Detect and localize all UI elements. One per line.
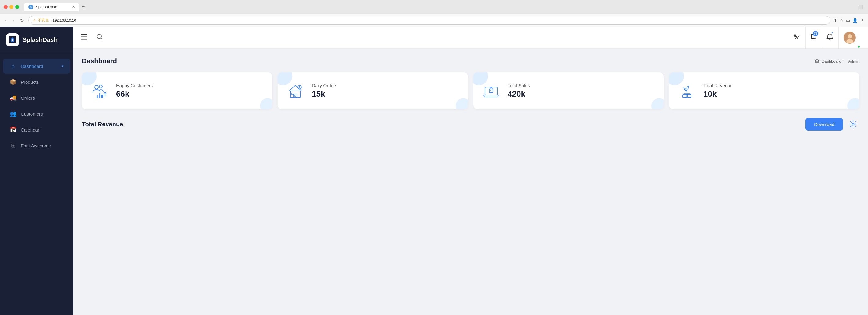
svg-line-6 (101, 38, 102, 39)
tab-close-button[interactable]: ✕ (72, 5, 75, 9)
svg-point-27 (299, 88, 300, 88)
svg-point-1 (11, 39, 13, 41)
header: 03 (73, 27, 868, 49)
svg-point-17 (99, 85, 102, 88)
share-icon[interactable]: ⬆ (834, 18, 837, 23)
filter-icon (793, 33, 800, 41)
stat-info-total-revenue: Total Revenue 10k (703, 83, 853, 99)
stat-value-total-sales: 420k (507, 89, 657, 99)
window-resize-button[interactable]: ⬜ (856, 4, 864, 10)
stat-card-daily-orders: Daily Orders 15k (278, 73, 468, 109)
cart-badge: 03 (813, 31, 818, 36)
active-tab[interactable]: S SplashDash ✕ (24, 3, 79, 11)
filter-action[interactable] (789, 27, 804, 49)
bookmark-icon[interactable]: ☆ (840, 18, 843, 23)
avatar-button[interactable] (838, 27, 861, 49)
stat-label-total-sales: Total Sales (507, 83, 657, 88)
page-content: Dashboard Dashboard || Admin (73, 49, 868, 315)
sidebar-logo: SplashDash (0, 27, 73, 53)
sidebar: SplashDash ⌂ Dashboard ▾ 📦 Products 🚚 Or… (0, 27, 73, 315)
sidebar-item-customers[interactable]: 👥 Customers (3, 106, 70, 121)
svg-point-31 (492, 90, 492, 90)
stat-card-happy-customers: Happy Customers 66k (82, 73, 272, 109)
stat-label-happy-customers: Happy Customers (116, 83, 266, 88)
header-actions: 03 (789, 27, 861, 49)
sidebar-item-icon-orders: 🚚 (10, 94, 17, 101)
svg-point-30 (490, 90, 491, 90)
breadcrumb-current: Admin (848, 59, 860, 64)
stat-card-total-sales: Total Sales 420k (473, 73, 664, 109)
download-button[interactable]: Download (805, 118, 843, 131)
search-icon (96, 34, 103, 41)
stat-value-happy-customers: 66k (116, 89, 266, 99)
total-sales-icon (480, 80, 502, 102)
tab-favicon: S (28, 5, 33, 9)
sidebar-item-label-products: Products (21, 80, 64, 85)
section-header: Total Revanue Download (82, 118, 860, 131)
svg-point-11 (797, 36, 798, 37)
svg-rect-20 (101, 94, 103, 98)
svg-rect-2 (81, 34, 87, 35)
user-avatar (843, 31, 856, 44)
sidebar-item-icon-font-awesome: ⊞ (10, 142, 17, 149)
section-title: Total Revanue (82, 121, 123, 128)
svg-rect-18 (96, 95, 98, 98)
sidebar-item-font-awesome[interactable]: ⊞ Font Awesome (3, 138, 70, 153)
address-input[interactable]: ⚠ 不安全 192.168.10.10 (28, 16, 831, 25)
avatar-online-indicator (857, 45, 860, 48)
total-revenue-icon (676, 80, 698, 102)
logo-bold: Dash (43, 36, 58, 43)
stat-label-total-revenue: Total Revenue (703, 83, 853, 88)
security-icon: ⚠ (33, 18, 36, 22)
back-button[interactable]: ‹ (4, 18, 8, 24)
forward-button[interactable]: › (11, 18, 16, 24)
logo-icon (6, 33, 19, 46)
minimize-button[interactable] (9, 5, 13, 9)
breadcrumb: Dashboard || Admin (814, 59, 860, 64)
sidebar-toggle-icon[interactable]: ▭ (846, 18, 850, 23)
svg-point-12 (796, 38, 797, 39)
svg-point-38 (852, 123, 854, 125)
browser-chrome: S SplashDash ✕ + ⬜ ‹ › ↻ ⚠ 不安全 192.168.1… (0, 0, 868, 27)
sidebar-item-dashboard[interactable]: ⌂ Dashboard ▾ (3, 59, 70, 74)
sidebar-item-orders[interactable]: 🚚 Orders (3, 90, 70, 106)
sidebar-item-products[interactable]: 📦 Products (3, 74, 70, 90)
stat-label-daily-orders: Daily Orders (312, 83, 461, 88)
page-header: Dashboard Dashboard || Admin (82, 57, 860, 65)
menu-icon[interactable]: ⋮ (860, 18, 864, 23)
sidebar-item-icon-calendar: 📅 (10, 126, 17, 133)
svg-rect-3 (81, 37, 87, 38)
close-button[interactable] (4, 5, 8, 9)
stat-value-total-revenue: 10k (703, 89, 853, 99)
new-tab-button[interactable]: + (79, 2, 87, 11)
sidebar-item-label-font-awesome: Font Awesome (21, 143, 64, 148)
settings-icon-button[interactable] (847, 118, 860, 131)
svg-rect-24 (295, 95, 296, 96)
search-bar[interactable] (92, 31, 107, 44)
stat-info-daily-orders: Daily Orders 15k (312, 83, 461, 99)
daily-orders-icon (284, 80, 306, 102)
refresh-button[interactable]: ↻ (19, 18, 25, 24)
maximize-button[interactable] (15, 5, 19, 9)
page-title: Dashboard (82, 57, 117, 65)
cart-action[interactable]: 03 (805, 27, 821, 49)
sidebar-item-label-dashboard: Dashboard (21, 64, 57, 69)
sidebar-item-label-calendar: Calendar (21, 127, 64, 133)
address-bar: ‹ › ↻ ⚠ 不安全 192.168.10.10 ⬆ ☆ ▭ 👤 ⋮ (0, 14, 868, 27)
stat-card-total-revenue: Total Revenue 10k (669, 73, 860, 109)
svg-point-14 (847, 34, 852, 38)
svg-point-16 (95, 85, 98, 89)
stat-info-happy-customers: Happy Customers 66k (116, 83, 266, 99)
sidebar-item-label-customers: Customers (21, 111, 64, 116)
svg-rect-19 (99, 93, 100, 98)
stats-grid: Happy Customers 66k (82, 73, 860, 109)
breadcrumb-separator: || (843, 59, 846, 64)
notification-action[interactable] (822, 27, 837, 49)
happy-customers-icon (89, 80, 111, 102)
profile-icon[interactable]: 👤 (852, 18, 858, 23)
svg-rect-4 (81, 39, 87, 40)
hamburger-menu-button[interactable] (81, 34, 87, 41)
stat-value-daily-orders: 15k (312, 89, 461, 99)
app-container: SplashDash ⌂ Dashboard ▾ 📦 Products 🚚 Or… (0, 27, 868, 315)
sidebar-item-calendar[interactable]: 📅 Calendar (3, 122, 70, 137)
